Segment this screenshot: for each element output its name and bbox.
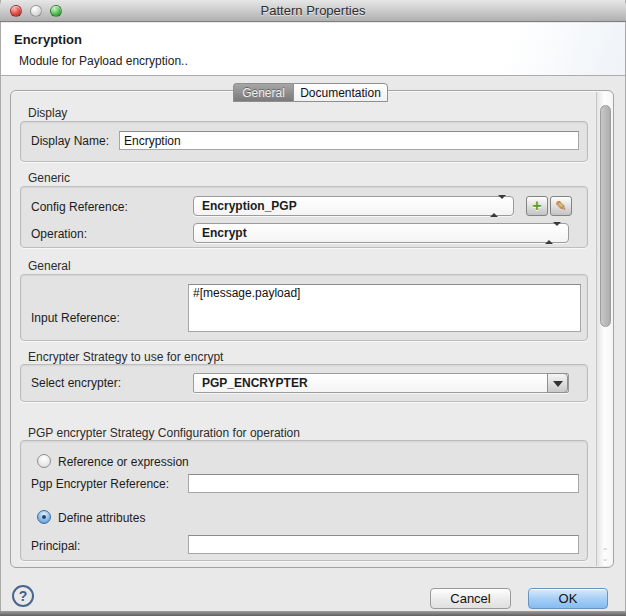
dialog-header: Encryption Module for Payload encryption… — [1, 23, 625, 76]
group-box-display: Display Name: — [20, 121, 588, 162]
group-box-encrypter-strategy: Select encrypter: PGP_ENCRYPTER — [20, 364, 588, 402]
dropdown-arrow-button[interactable] — [547, 373, 568, 393]
display-name-input[interactable] — [119, 131, 579, 150]
config-reference-dropdown[interactable]: Encryption_PGP — [193, 196, 514, 216]
reference-or-expression-label: Reference or expression — [58, 455, 189, 469]
chevron-down-icon — [553, 381, 563, 387]
group-label-pgp-config: PGP encrypter Strategy Configuration for… — [28, 426, 300, 440]
input-reference-textarea[interactable]: #[message.payload] — [188, 284, 581, 332]
edit-config-button[interactable]: ✎ — [550, 196, 572, 216]
add-config-button[interactable]: + — [526, 196, 548, 216]
tab-general[interactable]: General — [233, 83, 293, 102]
group-label-generic: Generic — [28, 171, 70, 185]
pgp-encrypter-reference-input[interactable] — [188, 474, 579, 493]
operation-label: Operation: — [31, 227, 87, 241]
group-label-encrypter-strategy: Encrypter Strategy to use for encrypt — [28, 350, 223, 364]
config-reference-value: Encryption_PGP — [202, 199, 297, 213]
help-button[interactable]: ? — [12, 585, 34, 607]
group-label-display: Display — [28, 106, 67, 120]
page-title: Encryption — [14, 32, 82, 47]
scrollbar-thumb[interactable] — [600, 105, 611, 327]
group-box-general: Input Reference: #[message.payload] — [20, 274, 588, 341]
stepper-icon — [545, 224, 561, 242]
window-title: Pattern Properties — [0, 0, 626, 22]
pencil-icon: ✎ — [555, 198, 567, 214]
select-encrypter-label: Select encrypter: — [31, 376, 121, 390]
tab-documentation[interactable]: Documentation — [293, 83, 388, 102]
select-encrypter-dropdown[interactable]: PGP_ENCRYPTER — [193, 373, 569, 393]
operation-dropdown[interactable]: Encrypt — [193, 223, 569, 243]
group-label-general: General — [28, 259, 71, 273]
scrollbar-arrows-icon[interactable]: ⌃⌄ — [597, 548, 613, 562]
pattern-properties-dialog: { "colors": { "accent_blue": "#4c86c4", … — [0, 0, 626, 616]
group-box-pgp-config: Reference or expression Pgp Encrypter Re… — [20, 440, 588, 561]
page-subtitle: Module for Payload encryption.. — [19, 54, 188, 68]
group-box-generic: Config Reference: Encryption_PGP + ✎ Ope… — [20, 186, 588, 248]
input-reference-label: Input Reference: — [31, 311, 120, 325]
plus-icon: + — [532, 197, 541, 214]
select-encrypter-value: PGP_ENCRYPTER — [202, 376, 308, 390]
reference-or-expression-radio[interactable] — [37, 454, 51, 468]
window-bottom-edge — [0, 611, 626, 616]
principal-label: Principal: — [31, 539, 80, 553]
titlebar[interactable]: Pattern Properties — [0, 0, 626, 22]
pgp-encrypter-reference-label: Pgp Encrypter Reference: — [31, 477, 169, 491]
ok-button[interactable]: OK — [528, 588, 608, 609]
principal-input[interactable] — [188, 535, 579, 554]
config-reference-label: Config Reference: — [31, 200, 128, 214]
define-attributes-radio[interactable] — [37, 510, 51, 524]
vertical-scrollbar[interactable]: ⌃⌄ — [596, 92, 613, 566]
cancel-button[interactable]: Cancel — [430, 588, 511, 609]
stepper-icon — [490, 197, 506, 215]
define-attributes-label: Define attributes — [58, 511, 145, 525]
operation-value: Encrypt — [202, 226, 247, 240]
display-name-label: Display Name: — [31, 134, 109, 148]
